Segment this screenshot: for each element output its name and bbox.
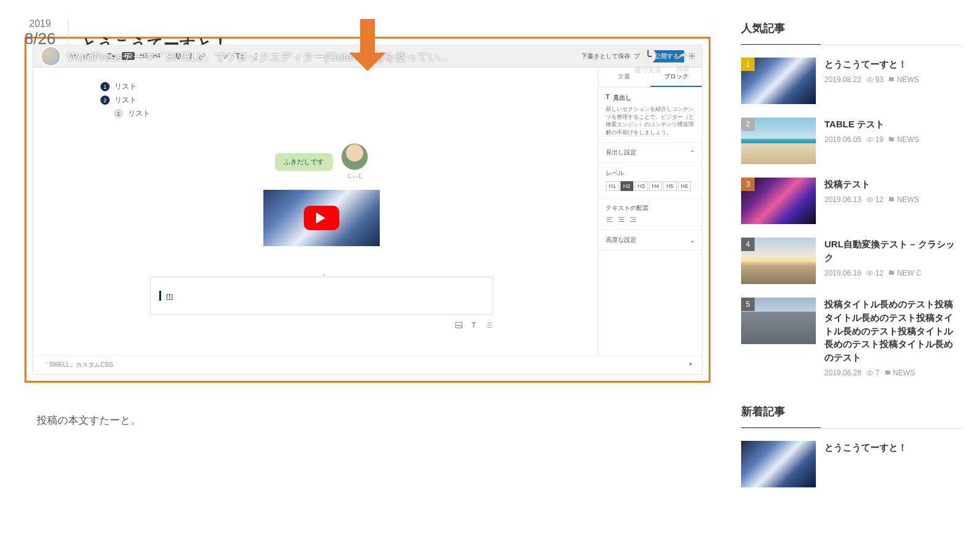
- rank-badge: 1: [741, 58, 755, 71]
- block-handle-icon[interactable]: ⌃: [322, 273, 326, 280]
- image-block[interactable]: [100, 190, 543, 246]
- popular-item[interactable]: 5投稿タイトル長めのテスト投稿タイトル長めのテスト投稿タイトル長めのテスト投稿タ…: [741, 298, 956, 377]
- item-views: 93: [866, 75, 883, 84]
- level-h2[interactable]: H2: [620, 181, 634, 191]
- item-date: 2019.06.16: [824, 269, 861, 277]
- editor-sidebar: 文書 ブロック T 見出し 新しいセクションを紹介しコンテンツを整理することで、…: [598, 67, 702, 355]
- popular-item[interactable]: 1とうこうてーすと！2019.08.2293NEWS: [741, 58, 956, 104]
- speech-avatar: [341, 143, 368, 170]
- heading-text-input[interactable]: m: [159, 291, 484, 301]
- list-icon[interactable]: [484, 321, 493, 329]
- svg-point-6: [869, 272, 871, 274]
- editor-canvas[interactable]: 1リスト 2リスト 1リスト ふきだしです じぃじ: [33, 67, 598, 355]
- item-info: 投稿タイトル長めのテスト投稿タイトル長めのテスト投稿タイトル長めのテスト投稿タイ…: [824, 298, 956, 377]
- item-thumbnail: 5: [741, 298, 816, 344]
- popular-heading: 人気記事: [741, 18, 956, 38]
- advanced-settings-row[interactable]: 高度な設定 ⌄: [598, 230, 702, 250]
- youtube-play-icon[interactable]: [304, 206, 339, 230]
- item-date: 2019.06.28: [824, 369, 861, 377]
- svg-point-4: [869, 138, 871, 140]
- item-title: 投稿タイトル長めのテスト投稿タイトル長めのテスト投稿タイトル長めのテスト投稿タイ…: [824, 298, 956, 364]
- align-panel: テキストの配置: [598, 198, 702, 230]
- tab-block[interactable]: ブロック: [650, 67, 703, 87]
- speech-bubble: ふきだしです: [275, 153, 333, 171]
- svg-point-5: [869, 198, 871, 200]
- svg-point-7: [869, 372, 871, 373]
- level-h6[interactable]: H6: [678, 181, 692, 191]
- speech-block[interactable]: ふきだしです じぃじ: [100, 143, 543, 180]
- align-center-icon[interactable]: [617, 216, 625, 223]
- item-thumbnail: 2: [741, 118, 816, 164]
- block-info-panel: T 見出し 新しいセクションを紹介しコンテンツを整理することで、ビジター（と検索…: [598, 88, 702, 143]
- item-info: とうこうてーすと！: [824, 441, 956, 487]
- item-thumbnail: 3: [741, 178, 816, 224]
- item-info: とうこうてーすと！2019.08.2293NEWS: [824, 58, 956, 104]
- heading-settings-row[interactable]: 見出し設定 ⌃: [598, 143, 702, 163]
- item-views: 12: [866, 269, 883, 277]
- post-body-paragraph: 投稿の本文すたーと。: [37, 413, 698, 427]
- item-views: 7: [866, 369, 880, 377]
- recent-heading: 新着記事: [741, 402, 956, 421]
- thumbnail-image: [741, 441, 816, 487]
- item-views: 19: [866, 135, 883, 144]
- heading-input-block[interactable]: ⌃ m: [150, 277, 493, 315]
- item-date: 2019.08.22: [824, 75, 861, 84]
- level-h4[interactable]: H4: [649, 181, 663, 191]
- item-info: 投稿テスト2019.06.1312NEWS: [824, 178, 956, 224]
- rank-badge: 4: [741, 238, 755, 251]
- chevron-down-icon: ⌄: [690, 237, 695, 244]
- text-icon[interactable]: T: [472, 321, 476, 329]
- item-category[interactable]: NEW C: [888, 269, 921, 277]
- level-h1[interactable]: H1: [606, 181, 619, 191]
- heading-underline: [741, 44, 821, 45]
- editor-screenshot[interactable]: WordPressテーマ「SWELL」でブロックエディター(Gutenberg)…: [32, 45, 703, 375]
- svg-point-1: [691, 55, 693, 57]
- item-title: とうこうてーすと！: [824, 58, 956, 71]
- item-thumbnail: 4: [741, 238, 816, 284]
- item-thumbnail: [741, 441, 816, 487]
- item-category[interactable]: NEWS: [888, 75, 919, 84]
- recent-item[interactable]: とうこうてーすと！: [741, 441, 956, 487]
- item-thumbnail: 1: [741, 58, 816, 104]
- chevron-up-icon: ⌃: [690, 149, 695, 156]
- post-date-year: 2019: [24, 18, 56, 29]
- item-title: URL自動変換テスト – クラシック: [824, 238, 956, 265]
- svg-point-3: [869, 78, 871, 80]
- rank-badge: 3: [741, 178, 755, 191]
- image-icon[interactable]: [454, 321, 463, 329]
- ordered-list-block[interactable]: 1リスト 2リスト 1リスト: [100, 81, 543, 119]
- item-info: URL自動変換テスト – クラシック2019.06.1612NEW C: [824, 238, 956, 284]
- arrow-annotation: [24, 44, 710, 55]
- item-date: 2019.06.13: [824, 195, 861, 204]
- popular-section: 人気記事 1とうこうてーすと！2019.08.2293NEWS2TABLE テス…: [741, 18, 956, 377]
- item-info: TABLE テスト2019.06.0519NEWS: [824, 118, 956, 164]
- popular-item[interactable]: 2TABLE テスト2019.06.0519NEWS: [741, 118, 956, 164]
- item-title: 投稿テスト: [824, 178, 956, 191]
- item-date: 2019.06.05: [824, 135, 861, 144]
- item-category[interactable]: NEWS: [888, 135, 919, 144]
- editor-footer: 「SWELL」カスタムCSS ▾: [33, 355, 702, 374]
- featured-embed-box: WordPressテーマ「SWELL」でブロックエディター(Gutenberg)…: [24, 37, 710, 383]
- item-category[interactable]: NEWS: [884, 369, 915, 377]
- recent-section: 新着記事 とうこうてーすと！: [741, 402, 956, 487]
- align-right-icon[interactable]: [629, 216, 637, 223]
- item-title: とうこうてーすと！: [824, 441, 956, 454]
- level-h3[interactable]: H3: [635, 181, 648, 191]
- rank-badge: 2: [741, 118, 755, 131]
- popular-item[interactable]: 3投稿テスト2019.06.1312NEWS: [741, 178, 956, 224]
- align-left-icon[interactable]: [606, 216, 614, 223]
- item-views: 12: [866, 195, 883, 204]
- popular-item[interactable]: 4URL自動変換テスト – クラシック2019.06.1612NEW C: [741, 238, 956, 284]
- block-inserter-tools: T: [150, 321, 493, 329]
- item-category[interactable]: NEWS: [888, 195, 919, 204]
- item-title: TABLE テスト: [824, 118, 956, 131]
- level-panel: レベル H1 H2 H3 H4 H5 H6: [598, 163, 702, 198]
- caret-icon[interactable]: ▾: [689, 361, 692, 369]
- rank-badge: 5: [741, 298, 755, 311]
- level-h5[interactable]: H5: [663, 181, 677, 191]
- heading-underline: [741, 427, 821, 429]
